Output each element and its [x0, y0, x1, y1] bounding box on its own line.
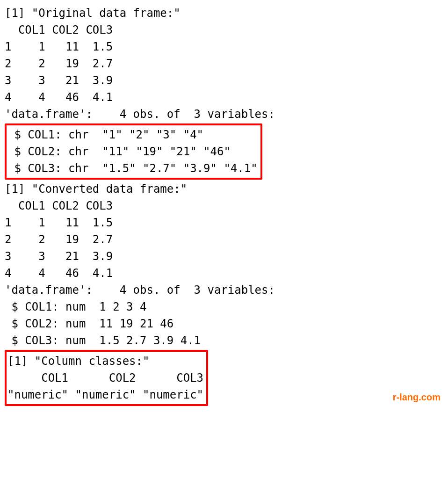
line-classes-title: [1] "Column classes:" — [7, 353, 203, 370]
str2-header: 'data.frame': 4 obs. of 3 variables: — [5, 282, 443, 298]
table2-row-1: 1 1 11 1.5 — [5, 214, 443, 231]
str2-col1: $ COL1: num 1 2 3 4 — [5, 298, 443, 315]
table1-header: COL1 COL2 COL3 — [5, 22, 443, 38]
str2-col2: $ COL2: num 11 19 21 46 — [5, 315, 443, 332]
table1-row-4: 4 4 46 4.1 — [5, 89, 443, 106]
str1-header: 'data.frame': 4 obs. of 3 variables: — [5, 106, 443, 123]
highlight-box-chr-types: $ COL1: chr "1" "2" "3" "4" $ COL2: chr … — [5, 123, 262, 180]
table1-row-2: 2 2 19 2.7 — [5, 55, 443, 72]
line-converted-title: [1] "Converted data frame:" — [5, 181, 443, 197]
table1-row-3: 3 3 21 3.9 — [5, 72, 443, 89]
table2-row-4: 4 4 46 4.1 — [5, 265, 443, 282]
table1-row-1: 1 1 11 1.5 — [5, 38, 443, 55]
classes-values: "numeric" "numeric" "numeric" — [7, 386, 203, 403]
table2-row-3: 3 3 21 3.9 — [5, 248, 443, 265]
str1-col1: $ COL1: chr "1" "2" "3" "4" — [7, 126, 258, 143]
classes-header: COL1 COL2 COL3 — [7, 370, 203, 386]
table2-header: COL1 COL2 COL3 — [5, 197, 443, 214]
str2-col3: $ COL3: num 1.5 2.7 3.9 4.1 — [5, 332, 443, 349]
str1-col2: $ COL2: chr "11" "19" "21" "46" — [7, 143, 258, 160]
line-original-title: [1] "Original data frame:" — [5, 5, 443, 22]
str1-col3: $ COL3: chr "1.5" "2.7" "3.9" "4.1" — [7, 160, 258, 177]
highlight-box-column-classes: [1] "Column classes:" COL1 COL2 COL3 "nu… — [5, 350, 208, 406]
table2-row-2: 2 2 19 2.7 — [5, 231, 443, 248]
watermark-text: r-lang.com — [393, 390, 441, 404]
